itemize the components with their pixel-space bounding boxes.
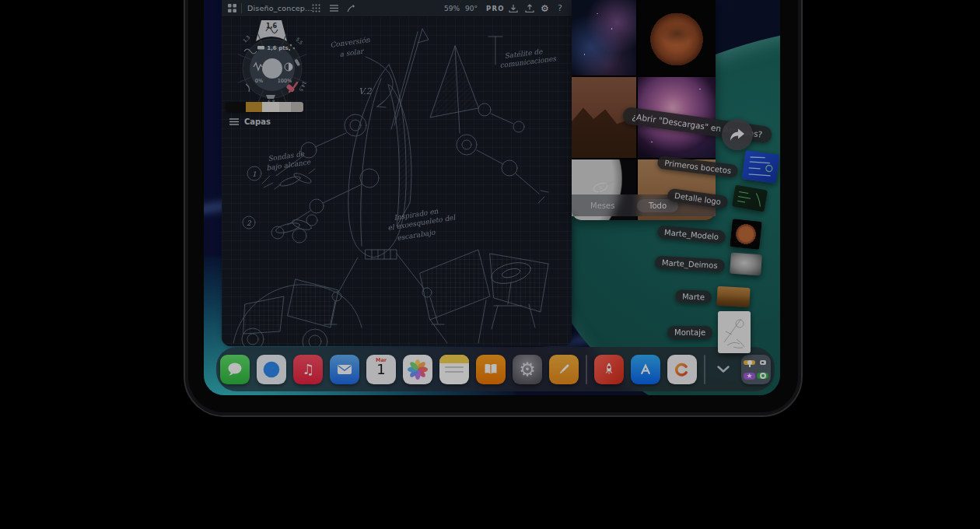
drag-label: Detalle logo (667, 187, 729, 209)
annotation-inspiration-3: escarabajo (397, 228, 436, 242)
dock-divider (586, 355, 587, 384)
brush-selected-size: 1,6 (266, 23, 278, 30)
drag-label: Primeros bocetos (656, 156, 739, 179)
music-note-glyph: ♫ (302, 361, 314, 377)
dock-appstore-icon[interactable] (631, 355, 660, 384)
drawing-app-window: Conversión a solar Satélite de comunicac… (222, 0, 572, 346)
opacity-max: 100% (278, 78, 292, 84)
share-arrow-icon (730, 128, 745, 142)
align-lines-icon[interactable] (329, 0, 339, 16)
import-icon[interactable] (509, 0, 518, 16)
mini-app-star: ★ (744, 373, 755, 380)
notes-header-band (439, 355, 469, 363)
notes-line (445, 366, 464, 368)
swatch-white[interactable] (262, 102, 279, 112)
photo-mars-landscape[interactable] (572, 77, 636, 158)
thumb-deimos (730, 253, 762, 276)
chevron-down-icon (716, 365, 730, 373)
thumb-mars-surface (716, 286, 750, 307)
drag-item-primeros-bocetos[interactable]: Primeros bocetos (657, 152, 778, 181)
drag-label: Marte_Modelo (656, 225, 726, 244)
toolbar-divider (241, 3, 242, 13)
thumb-sketch (718, 311, 751, 353)
document-title[interactable]: Diseño_concep... (247, 0, 313, 16)
stage: Conversión a solar Satélite de comunicac… (0, 0, 980, 529)
layers-menu-icon (229, 118, 239, 125)
brush-size-right: 5,5 (295, 37, 304, 46)
rotation-value[interactable]: 90° (465, 0, 478, 16)
drag-item-montaje[interactable]: Montaje (667, 311, 751, 353)
export-icon[interactable] (525, 0, 534, 16)
share-forward-button[interactable] (722, 119, 753, 150)
zoom-level[interactable]: 59% (444, 0, 460, 16)
thumb-mars-planet (730, 219, 762, 250)
swatch-gray[interactable] (291, 102, 303, 112)
vector-pen-icon[interactable] (346, 0, 355, 16)
mini-app-ring (757, 373, 768, 379)
ipad-screen: Conversión a solar Satélite de comunicac… (204, 0, 780, 395)
calendar-day: 1 (376, 363, 385, 377)
app-grid-icon[interactable] (228, 0, 236, 16)
dock-draw-app-icon[interactable] (549, 355, 579, 384)
mini-app-camera (757, 360, 768, 365)
dock-mail-icon[interactable] (330, 355, 359, 384)
pro-badge[interactable]: PRO (486, 0, 505, 16)
drag-label: Marte (675, 289, 712, 304)
dock-messages-icon[interactable] (220, 355, 250, 384)
dock: ♫ Mar 1 (216, 347, 775, 391)
dock-music-icon[interactable]: ♫ (293, 355, 323, 384)
dock-divider (704, 355, 705, 384)
swatch-gold[interactable] (246, 102, 262, 112)
dock-collapse-chevron[interactable] (712, 355, 734, 384)
brush-size-bottom-right: 14,5 (298, 81, 307, 93)
swatch-selection-dot (261, 5, 264, 7)
dock-calendar-icon[interactable]: Mar 1 (366, 355, 396, 384)
dock-safari-icon[interactable] (257, 355, 286, 384)
settings-gear-glyph: ⚙ (519, 360, 536, 379)
dock-photos-icon[interactable] (403, 355, 432, 384)
dock-rocket-app-icon[interactable] (594, 355, 624, 384)
brush-size-left: 1,3 (242, 34, 251, 44)
brush-wheel[interactable]: 1,6 1,6 pts 0% 100% 1,3 5,5 14,5 6,8 (232, 19, 313, 104)
settings-gear-icon[interactable]: ⚙ (541, 0, 549, 16)
brush-size-label: 1,6 pts (267, 45, 288, 51)
brush-preview-dot[interactable] (262, 58, 282, 79)
thumb-blueprint (742, 150, 780, 184)
drag-item-marte-deimos[interactable]: Marte_Deimos (655, 254, 761, 275)
swatch-black[interactable] (226, 102, 246, 112)
drag-item-marte[interactable]: Marte (675, 287, 750, 307)
swatch-lightgray[interactable] (279, 102, 291, 112)
help-button[interactable]: ? (558, 0, 562, 16)
drag-label: Marte_Deimos (655, 256, 725, 273)
dock-books-icon[interactable] (476, 355, 506, 384)
color-swatch-bar[interactable] (226, 102, 303, 112)
draw-app-toolbar: Diseño_concep... (222, 0, 572, 17)
dots-grid-icon[interactable] (312, 0, 320, 16)
layers-label: Capas (244, 117, 271, 126)
mini-app-bulb (744, 360, 755, 365)
tab-months[interactable]: Meses (590, 201, 614, 210)
annotation-solar-2: a solar (339, 47, 366, 58)
photo-orion-nebula[interactable] (638, 77, 716, 158)
drag-item-detalle-logo[interactable]: Detalle logo (667, 187, 766, 209)
thumb-logo (732, 185, 768, 212)
layers-row[interactable]: Capas (229, 117, 271, 126)
annotation-solar-1: Conversión (330, 36, 371, 49)
dock-settings-icon[interactable]: ⚙ (513, 355, 542, 384)
annotation-marker-1: 1 (252, 170, 257, 178)
drag-label: Montaje (667, 326, 712, 339)
drag-item-marte-modelo[interactable]: Marte_Modelo (657, 220, 761, 248)
opacity-min: 0% (255, 78, 263, 84)
photo-mars-globe[interactable] (638, 0, 716, 75)
photo-nebula[interactable] (572, 0, 636, 75)
annotation-version: V.2 (359, 86, 373, 96)
annotation-marker-2: 2 (247, 219, 252, 227)
dock-concepts-app-icon[interactable] (667, 355, 697, 384)
dock-app-library-icon[interactable]: ★ (741, 355, 771, 384)
dock-notes-icon[interactable] (439, 355, 469, 384)
notes-line (445, 371, 464, 373)
